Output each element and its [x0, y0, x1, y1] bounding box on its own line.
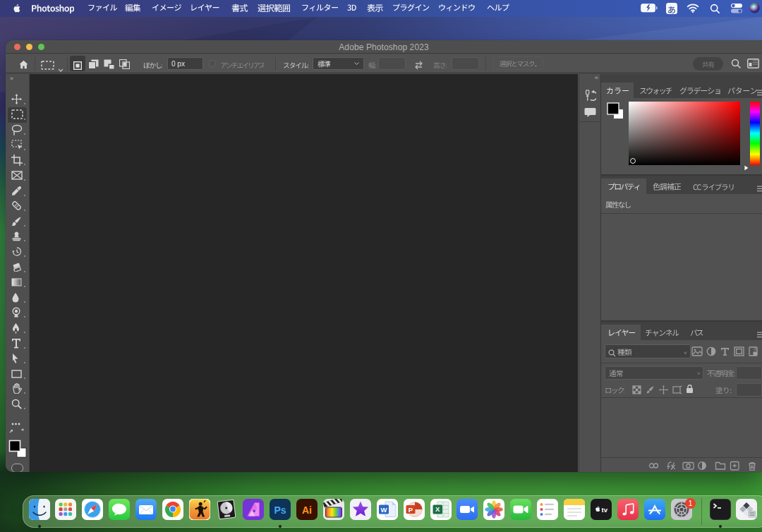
svg-text:W: W [380, 506, 387, 514]
svg-text:Ai: Ai [302, 504, 312, 516]
svg-text:P: P [408, 506, 413, 514]
svg-text:tv: tv [602, 506, 608, 514]
svg-text:X: X [435, 505, 440, 513]
svg-text:Ps: Ps [274, 504, 286, 516]
